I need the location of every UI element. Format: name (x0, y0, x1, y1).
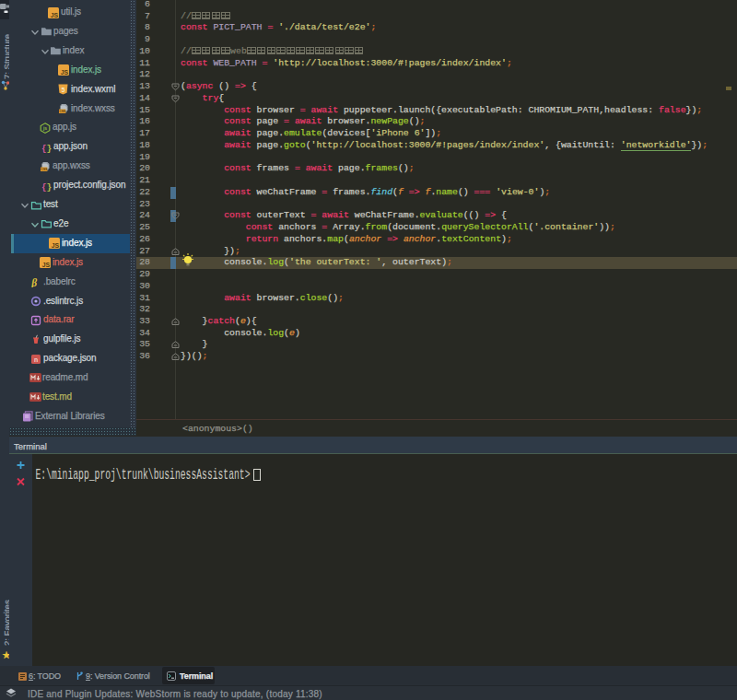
svg-text:JS: JS (42, 262, 51, 268)
svg-text:n: n (34, 356, 38, 363)
svg-text:CSS: CSS (41, 168, 48, 171)
svg-text:js: js (42, 125, 47, 131)
svg-text:JS: JS (52, 242, 60, 249)
svg-text:5: 5 (62, 87, 65, 93)
svg-text:}: } (46, 144, 52, 153)
svg-text:CSS: CSS (59, 110, 66, 113)
svg-text:}: } (46, 181, 52, 191)
svg-text:JS: JS (61, 69, 69, 76)
svg-text:E:\miniapp_proj\trunk\business: E:\miniapp_proj\trunk\businessAssistant> (36, 466, 251, 484)
svg-text:JS: JS (51, 11, 59, 18)
svg-text:β: β (30, 277, 37, 287)
